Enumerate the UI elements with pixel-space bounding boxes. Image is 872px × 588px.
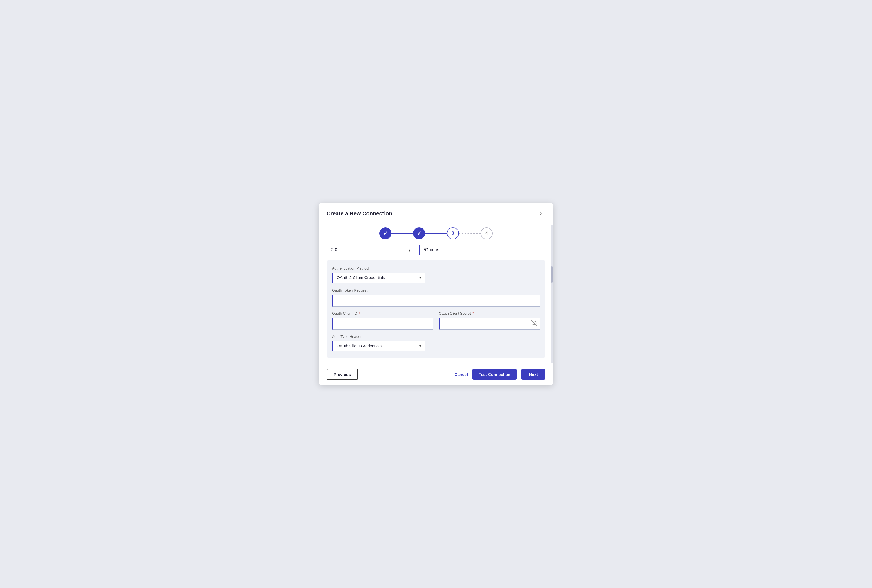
client-secret-label: Oauth Client Secret *	[439, 311, 540, 315]
step-line-1-2	[391, 233, 413, 234]
token-request-label: Oauth Token Request	[332, 288, 540, 292]
client-credentials-row: Oauth Client ID * Oauth Client Secret *	[332, 311, 540, 330]
toggle-password-icon[interactable]	[531, 320, 537, 327]
close-button[interactable]: ×	[537, 209, 546, 218]
footer-right-actions: Cancel Test Connection Next	[454, 369, 546, 380]
modal-title: Create a New Connection	[326, 210, 392, 217]
cancel-button[interactable]: Cancel	[454, 372, 468, 376]
next-button[interactable]: Next	[521, 369, 546, 380]
oauth-fields: Oauth Token Request Oauth Client ID *	[332, 288, 540, 351]
step-2-check: ✓	[417, 230, 422, 237]
path-field-wrap	[419, 245, 546, 255]
client-secret-input[interactable]	[439, 318, 540, 330]
client-id-wrap: Oauth Client ID *	[332, 311, 433, 330]
step-4-label: 4	[485, 231, 488, 236]
stepper: ✓ ✓ 3 4	[379, 227, 493, 239]
auth-method-wrap: OAuth 2 Client Credentials None Basic Au…	[332, 273, 540, 283]
test-connection-button[interactable]: Test Connection	[472, 369, 517, 380]
client-id-input[interactable]	[332, 318, 433, 330]
auth-type-select[interactable]: OAuth Client Credentials Bearer Basic	[332, 341, 425, 351]
auth-type-select-wrap: OAuth Client Credentials Bearer Basic ▾	[332, 341, 540, 351]
step-line-2-3	[425, 233, 447, 234]
stepper-row: ✓ ✓ 3 4	[319, 222, 553, 242]
client-secret-input-wrap	[439, 318, 540, 330]
modal-footer: Previous Cancel Test Connection Next	[319, 364, 553, 385]
modal-body: 2.0 1.0 3.0 ▾ Authentication Method OAut…	[319, 242, 553, 358]
modal-dialog: Create a New Connection × ✓ ✓ 3 4	[319, 203, 553, 385]
client-id-required-star: *	[359, 311, 360, 315]
step-line-3-4	[459, 233, 481, 234]
step-1: ✓	[379, 227, 391, 239]
step-1-check: ✓	[383, 230, 388, 237]
step-2: ✓	[413, 227, 425, 239]
step-4: 4	[481, 227, 493, 239]
path-input[interactable]	[419, 245, 546, 255]
step-3-label: 3	[451, 231, 454, 236]
version-field-wrap: 2.0 1.0 3.0 ▾	[326, 245, 414, 255]
client-id-label: Oauth Client ID *	[332, 311, 433, 315]
previous-button[interactable]: Previous	[326, 369, 358, 380]
client-secret-required-star: *	[473, 311, 474, 315]
token-request-wrap: Oauth Token Request	[332, 288, 540, 306]
client-secret-wrap: Oauth Client Secret *	[439, 311, 540, 330]
modal-header: Create a New Connection ×	[319, 203, 553, 222]
version-select[interactable]: 2.0 1.0 3.0	[326, 245, 414, 255]
top-fields-row: 2.0 1.0 3.0 ▾	[326, 242, 546, 255]
scrollbar-thumb[interactable]	[551, 266, 553, 283]
auth-section: Authentication Method OAuth 2 Client Cre…	[326, 260, 546, 358]
auth-type-label: Auth Type Header	[332, 334, 540, 339]
scrollbar-track	[551, 225, 553, 363]
auth-method-select[interactable]: OAuth 2 Client Credentials None Basic Au…	[332, 273, 425, 283]
close-icon: ×	[540, 210, 543, 217]
token-request-input[interactable]	[332, 294, 540, 306]
step-3: 3	[447, 227, 459, 239]
auth-type-wrap-outer: Auth Type Header OAuth Client Credential…	[332, 334, 540, 351]
auth-method-label: Authentication Method	[332, 266, 540, 270]
